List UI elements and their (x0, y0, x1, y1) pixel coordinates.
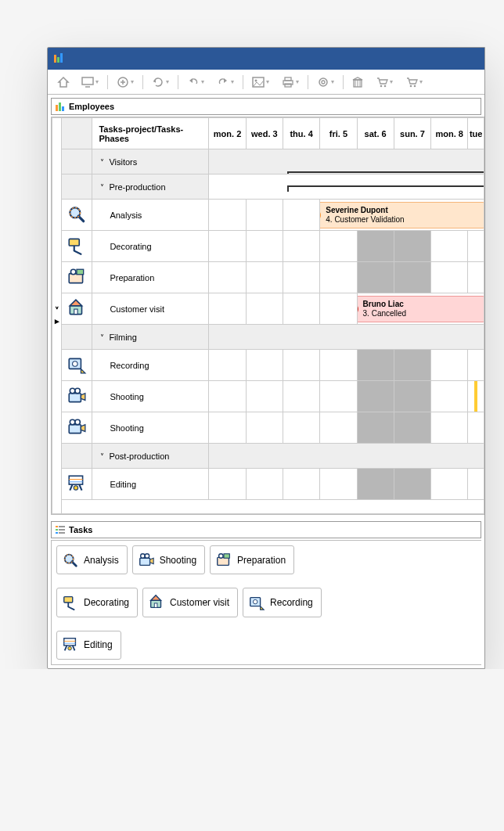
add-button[interactable]: ▾ (111, 73, 139, 92)
svg-point-49 (384, 85, 387, 87)
svg-marker-47 (353, 77, 362, 80)
status-dot-orange (320, 210, 322, 221)
row-analysis[interactable]: Analysis (92, 200, 209, 231)
row-icon-shooting1 (62, 381, 92, 412)
svg-point-50 (410, 85, 412, 87)
day-header[interactable]: mon. 8 (431, 118, 468, 149)
event-bruno[interactable]: Bruno Liac3. Cancelled (357, 296, 484, 322)
employees-panel-header: Employees (51, 98, 481, 115)
row-icon-editing (62, 469, 92, 500)
tasks-panel-header: Tasks (51, 521, 481, 538)
svg-rect-56 (59, 526, 65, 527)
toolbar: ▾ ▾ ▾ ▾ ▾ ▾ ▾ ▾ ▾ ▾ (48, 70, 484, 95)
day-header[interactable]: fri. 5 (320, 118, 357, 149)
row-decorating[interactable]: Decorating (92, 231, 209, 262)
group-filming[interactable]: ˅Filming (92, 325, 209, 350)
svg-rect-58 (59, 529, 65, 531)
chip-preparation[interactable]: Preparation (210, 545, 294, 574)
image-button[interactable]: ▾ (247, 73, 275, 92)
svg-point-41 (319, 78, 327, 86)
tasks-chip-area: Analysis Shooting Preparation Decorating… (51, 540, 481, 665)
svg-point-48 (380, 85, 383, 87)
gantt-grid: ˅▸ Tasks-project/Tasks-Phases mon. 2 wed… (51, 117, 484, 515)
row-icon-recording (62, 350, 92, 381)
svg-rect-57 (56, 529, 58, 531)
row-customer-visit[interactable]: Customer visit (92, 293, 209, 325)
svg-rect-28 (82, 77, 93, 85)
svg-rect-25 (54, 55, 56, 63)
chip-editing[interactable]: Editing (56, 631, 121, 660)
row-icon-analysis (62, 200, 92, 231)
titlebar (48, 48, 484, 70)
screen-button[interactable]: ▾ (76, 73, 104, 92)
row-shooting1[interactable]: Shooting (92, 381, 209, 412)
group-visitors[interactable]: ˅Visitors (92, 149, 209, 174)
chip-analysis[interactable]: Analysis (56, 545, 128, 574)
svg-rect-27 (60, 53, 63, 63)
chip-customer-visit[interactable]: Customer visit (142, 588, 238, 617)
collapse-handle[interactable]: ˅▸ (52, 118, 62, 514)
column-header-tasks[interactable]: Tasks-project/Tasks-Phases (92, 118, 209, 149)
row-icon-shooting2 (62, 412, 92, 444)
row-icon-preparation (62, 262, 92, 293)
svg-marker-34 (189, 78, 193, 83)
building-button[interactable] (347, 73, 369, 92)
list-icon (55, 524, 66, 535)
svg-rect-40 (285, 84, 291, 87)
chip-decorating[interactable]: Decorating (56, 588, 138, 617)
event-severine[interactable]: Severine Dupont4. Customer Validation (320, 202, 484, 228)
employees-label: Employees (69, 102, 114, 111)
chip-shooting[interactable]: Shooting (132, 545, 205, 574)
svg-rect-54 (62, 106, 64, 111)
day-header[interactable]: sun. 7 (394, 118, 430, 149)
row-icon-customer (62, 293, 92, 325)
undo-button[interactable]: ▾ (182, 73, 210, 92)
cart1-button[interactable]: ▾ (370, 73, 398, 92)
row-icon-decorating (62, 231, 92, 262)
svg-point-42 (322, 81, 325, 84)
day-header[interactable]: sat. 6 (357, 118, 394, 149)
svg-rect-60 (59, 532, 65, 534)
day-header[interactable]: mon. 2 (209, 118, 246, 149)
row-recording[interactable]: Recording (92, 350, 209, 381)
svg-rect-53 (59, 103, 61, 111)
redo-button[interactable]: ▾ (211, 73, 239, 92)
svg-rect-55 (56, 526, 58, 527)
group-postprod[interactable]: ˅Post-production (92, 444, 209, 469)
svg-rect-52 (56, 105, 58, 111)
cart2-button[interactable]: ▾ (400, 73, 428, 92)
row-shooting2[interactable]: Shooting (92, 412, 209, 444)
group-preprod[interactable]: ˅Pre-production (92, 174, 209, 200)
svg-marker-35 (224, 78, 227, 83)
refresh-button[interactable]: ▾ (146, 73, 175, 92)
row-preparation[interactable]: Preparation (92, 262, 209, 293)
day-header[interactable]: wed. 3 (246, 118, 283, 149)
bars-icon (55, 101, 66, 112)
day-header[interactable]: tue (468, 118, 484, 149)
home-button[interactable] (52, 73, 74, 92)
settings-button[interactable]: ▾ (311, 73, 340, 92)
day-header[interactable]: thu. 4 (283, 118, 319, 149)
tasks-label: Tasks (69, 525, 92, 534)
svg-point-37 (255, 79, 257, 81)
print-button[interactable]: ▾ (276, 73, 304, 92)
svg-rect-26 (57, 57, 59, 63)
status-dot-red (357, 304, 358, 315)
chip-recording[interactable]: Recording (243, 588, 322, 617)
app-window: ▾ ▾ ▾ ▾ ▾ ▾ ▾ ▾ ▾ ▾ Employees ˅▸ Tasks-p… (47, 47, 485, 669)
svg-rect-59 (56, 532, 58, 534)
app-icon (52, 52, 65, 65)
svg-point-51 (414, 85, 416, 87)
row-editing[interactable]: Editing (92, 469, 209, 500)
